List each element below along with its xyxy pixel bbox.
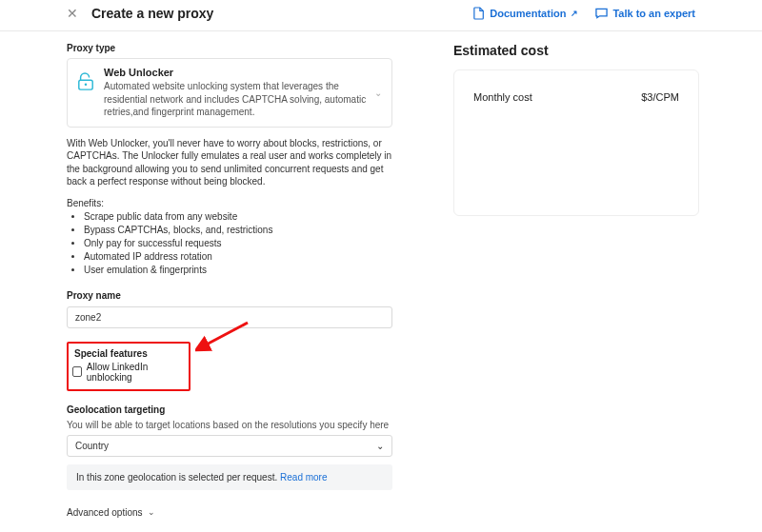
proxy-name-label: Proxy name	[67, 290, 392, 301]
close-icon[interactable]: ✕	[67, 6, 78, 21]
chevron-down-icon: ⌄	[376, 441, 384, 451]
expert-link[interactable]: Talk to an expert	[595, 8, 695, 19]
monthly-cost-value: $3/CPM	[641, 91, 679, 103]
country-select-value: Country	[75, 441, 109, 451]
document-icon	[473, 7, 485, 20]
read-more-link[interactable]: Read more	[280, 472, 327, 483]
linkedin-checkbox-row[interactable]: Allow LinkedIn unblocking	[72, 362, 181, 383]
proxy-type-label: Proxy type	[67, 43, 392, 53]
documentation-label: Documentation	[490, 8, 566, 19]
chevron-down-icon: ⌄	[148, 507, 155, 517]
country-select[interactable]: Country ⌄	[67, 435, 392, 457]
list-item: Only pay for successful requests	[84, 237, 392, 250]
list-item: User emulation & fingerprints	[84, 264, 392, 277]
proxy-name-input[interactable]	[67, 306, 392, 328]
list-item: Automated IP address rotation	[84, 250, 392, 264]
list-item: Scrape public data from any website	[84, 210, 392, 224]
linkedin-checkbox-label: Allow LinkedIn unblocking	[87, 362, 181, 383]
benefits-list: Scrape public data from any website Bypa…	[67, 210, 392, 277]
external-link-icon: ↗	[571, 9, 578, 18]
checkbox-icon[interactable]	[72, 366, 82, 377]
advanced-options-label: Advanced options	[67, 507, 143, 518]
list-item: Bypass CAPTCHAs, blocks, and, restrictio…	[84, 224, 392, 237]
expert-label: Talk to an expert	[612, 8, 695, 19]
proxy-type-title: Web Unlocker	[104, 67, 382, 78]
benefits-label: Benefits:	[67, 198, 392, 208]
special-features-label: Special features	[72, 348, 181, 359]
proxy-type-desc: Automated website unlocking system that …	[104, 80, 382, 119]
documentation-link[interactable]: Documentation ↗	[473, 7, 578, 20]
chevron-down-icon: ⌄	[374, 88, 382, 98]
special-features-box: Special features Allow LinkedIn unblocki…	[67, 342, 190, 391]
page-title: Create a new proxy	[91, 6, 473, 21]
chat-icon	[595, 8, 608, 19]
estimated-cost-title: Estimated cost	[453, 43, 699, 58]
geo-label: Geolocation targeting	[67, 404, 392, 415]
monthly-cost-label: Monthly cost	[473, 91, 532, 103]
geo-sublabel: You will be able to target locations bas…	[67, 420, 392, 430]
estimated-cost-card: Monthly cost $3/CPM	[453, 69, 699, 216]
svg-point-1	[85, 83, 88, 86]
proxy-type-blurb: With Web Unlocker, you'll never have to …	[67, 137, 392, 188]
proxy-type-card[interactable]: Web Unlocker Automated website unlocking…	[67, 58, 392, 128]
geo-note: In this zone geolocation is selected per…	[67, 464, 392, 490]
unlock-icon	[77, 72, 94, 93]
advanced-options-toggle[interactable]: Advanced options ⌄	[67, 507, 155, 518]
